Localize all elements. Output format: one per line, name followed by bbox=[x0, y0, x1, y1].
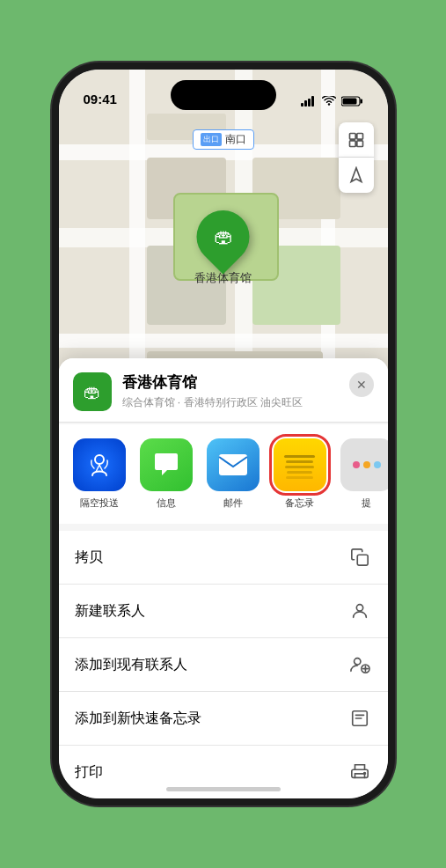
share-app-messages[interactable]: 信息 bbox=[133, 438, 200, 510]
venue-header: 🏟 香港体育馆 综合体育馆 · 香港特别行政区 油尖旺区 ✕ bbox=[59, 358, 388, 423]
dynamic-island bbox=[171, 80, 276, 110]
svg-rect-13 bbox=[357, 555, 368, 565]
share-apps-row: 隔空投送 信息 bbox=[59, 424, 388, 524]
person-add-icon bbox=[347, 652, 372, 677]
close-button[interactable]: ✕ bbox=[349, 372, 374, 397]
share-app-mail[interactable]: 邮件 bbox=[200, 438, 267, 510]
action-new-contact[interactable]: 新建联系人 bbox=[59, 585, 388, 638]
venue-name: 香港体育馆 bbox=[122, 372, 339, 393]
status-icons bbox=[301, 96, 363, 107]
svg-rect-12 bbox=[219, 454, 247, 475]
person-icon bbox=[347, 599, 372, 623]
map-controls bbox=[339, 122, 374, 193]
svg-rect-2 bbox=[308, 99, 311, 107]
share-app-more[interactable]: 提 bbox=[333, 438, 388, 510]
notes-icon bbox=[274, 438, 326, 491]
location-pin: 🏟 香港体育馆 bbox=[194, 210, 252, 286]
svg-rect-3 bbox=[311, 96, 314, 107]
svg-rect-0 bbox=[301, 103, 303, 107]
more-label: 提 bbox=[362, 497, 371, 510]
action-copy-label: 拷贝 bbox=[75, 548, 103, 567]
svg-rect-8 bbox=[356, 133, 362, 139]
venue-info: 香港体育馆 综合体育馆 · 香港特别行政区 油尖旺区 bbox=[122, 372, 339, 410]
action-add-notes[interactable]: 添加到新快速备忘录 bbox=[59, 692, 388, 746]
copy-icon bbox=[347, 545, 372, 570]
action-add-existing-label: 添加到现有联系人 bbox=[75, 656, 187, 674]
action-add-notes-label: 添加到新快速备忘录 bbox=[75, 710, 201, 728]
action-list: 拷贝 新建联系人 bbox=[59, 531, 388, 798]
airdrop-icon bbox=[73, 438, 126, 491]
map-location-button[interactable] bbox=[339, 158, 374, 193]
more-icon bbox=[340, 438, 388, 491]
messages-label: 信息 bbox=[157, 497, 176, 510]
svg-rect-7 bbox=[349, 133, 355, 139]
wifi-icon bbox=[322, 96, 336, 107]
svg-point-21 bbox=[363, 772, 365, 774]
print-icon bbox=[347, 760, 372, 784]
svg-rect-5 bbox=[360, 99, 362, 104]
home-indicator bbox=[166, 787, 281, 791]
mail-icon bbox=[207, 438, 260, 491]
messages-icon bbox=[140, 438, 193, 491]
pin-inner-icon: 🏟 bbox=[214, 225, 233, 248]
svg-point-15 bbox=[354, 658, 360, 665]
venue-subtitle: 综合体育馆 · 香港特别行政区 油尖旺区 bbox=[122, 395, 339, 410]
bottom-sheet: 🏟 香港体育馆 综合体育馆 · 香港特别行政区 油尖旺区 ✕ bbox=[59, 358, 388, 798]
venue-icon: 🏟 bbox=[73, 372, 112, 411]
notes-add-icon bbox=[347, 706, 372, 731]
airdrop-label: 隔空投送 bbox=[80, 497, 119, 510]
action-print-label: 打印 bbox=[75, 763, 103, 782]
map-label-text: 南口 bbox=[225, 132, 246, 147]
mail-label: 邮件 bbox=[223, 497, 243, 510]
share-app-notes[interactable]: 备忘录 bbox=[267, 438, 333, 510]
map-label: 出口 南口 bbox=[193, 129, 254, 150]
phone-frame: 09:41 bbox=[52, 63, 395, 805]
svg-point-14 bbox=[356, 605, 362, 611]
screen: 09:41 bbox=[59, 70, 388, 798]
svg-rect-6 bbox=[342, 99, 356, 105]
action-new-contact-label: 新建联系人 bbox=[75, 602, 145, 621]
map-label-icon: 出口 bbox=[201, 133, 222, 146]
notes-label: 备忘录 bbox=[285, 497, 314, 510]
share-app-airdrop[interactable]: 隔空投送 bbox=[66, 438, 133, 510]
action-copy[interactable]: 拷贝 bbox=[59, 531, 388, 585]
battery-icon bbox=[341, 96, 363, 107]
signal-icon bbox=[301, 96, 317, 107]
svg-point-11 bbox=[95, 455, 104, 464]
svg-rect-10 bbox=[356, 140, 362, 146]
venue-icon-symbol: 🏟 bbox=[84, 382, 101, 402]
svg-rect-9 bbox=[349, 140, 355, 146]
action-add-existing[interactable]: 添加到现有联系人 bbox=[59, 638, 388, 692]
map-layers-button[interactable] bbox=[339, 122, 374, 158]
status-time: 09:41 bbox=[84, 92, 117, 107]
pin-circle: 🏟 bbox=[186, 200, 260, 275]
svg-rect-1 bbox=[304, 100, 307, 107]
